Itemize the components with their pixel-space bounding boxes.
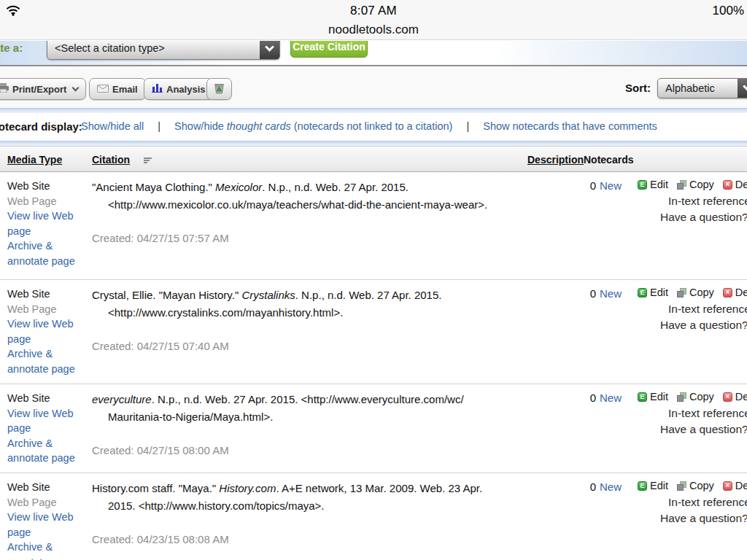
edit-icon: E: [638, 481, 647, 491]
envelope-icon: [97, 84, 109, 95]
created-timestamp: Created: 04/27/15 07:57 AM: [92, 232, 229, 244]
divider: [0, 108, 747, 113]
email-button[interactable]: Email: [89, 78, 146, 100]
delete-action[interactable]: ×Delete: [723, 179, 747, 190]
edit-action[interactable]: EEdit: [638, 480, 668, 491]
notecard-display-bar: Notecard display: Show/hide all | Show/h…: [0, 113, 747, 141]
view-live-page-link[interactable]: View live Webpage: [7, 510, 82, 540]
copy-label: Copy: [689, 179, 714, 190]
battery-percent: 100%: [713, 4, 744, 18]
media-subtype: Web Page: [7, 302, 82, 317]
separator: |: [466, 120, 469, 132]
row-actions: EEdit Copy ×Delete: [638, 179, 747, 190]
edit-action[interactable]: EEdit: [638, 391, 668, 402]
delete-label: Delete: [735, 391, 747, 402]
edit-action[interactable]: EEdit: [638, 179, 668, 190]
copy-icon: [677, 180, 686, 190]
notecard-display-label: Notecard display:: [0, 120, 82, 133]
edit-label: Edit: [650, 480, 668, 491]
edit-label: Edit: [650, 179, 668, 190]
email-label: Email: [112, 84, 138, 95]
delete-icon: ×: [723, 481, 732, 491]
new-notecard-link[interactable]: New: [600, 392, 622, 404]
archive-annotate-link[interactable]: Archive &annotate page: [7, 238, 82, 268]
archive-annotate-link[interactable]: Archive &annotate page: [7, 346, 82, 376]
divider: [0, 141, 747, 146]
citation-list: Web Site Web Page View live Webpage Arch…: [0, 172, 747, 560]
edit-icon: E: [638, 180, 647, 190]
media-type-cell: Web Site Web Page View live Webpage Arch…: [7, 287, 82, 376]
delete-label: Delete: [735, 179, 747, 190]
view-live-page-link[interactable]: View live Webpage: [7, 316, 82, 346]
created-timestamp: Created: 04/27/15 08:00 AM: [92, 444, 229, 456]
new-notecard-link[interactable]: New: [600, 481, 622, 493]
delete-action[interactable]: ×Delete: [723, 287, 747, 298]
chevron-down-icon: [72, 85, 80, 92]
media-subtype: Web Page: [7, 495, 82, 510]
notecards-cell: 0New: [0, 287, 622, 300]
show-notecards-with-comments-link[interactable]: Show notecards that have comments: [483, 120, 657, 132]
copy-action[interactable]: Copy: [677, 391, 714, 402]
copy-action[interactable]: Copy: [677, 480, 714, 491]
bar-chart-icon: [152, 83, 163, 95]
delete-action[interactable]: ×Delete: [723, 480, 747, 491]
analysis-button[interactable]: Analysis: [144, 78, 213, 100]
archive-annotate-link[interactable]: Archive &annotate page: [7, 436, 82, 466]
row-actions: EEdit Copy ×Delete: [638, 391, 747, 402]
new-notecard-link[interactable]: New: [600, 179, 622, 192]
delete-label: Delete: [735, 287, 747, 298]
show-hide-all-link[interactable]: Show/hide all: [81, 120, 144, 132]
edit-action[interactable]: EEdit: [638, 287, 668, 298]
show-hide-thought-cards-link[interactable]: Show/hide thought cards (notecards not l…: [174, 120, 452, 132]
create-citation-strip: Create a: <Select a citation type> Creat…: [0, 41, 747, 66]
in-text-reference-link[interactable]: In-text reference: [668, 303, 747, 316]
media-type-header[interactable]: Media Type: [7, 154, 62, 166]
print-export-button[interactable]: Print/Export: [0, 78, 86, 100]
view-live-page-link[interactable]: View live Webpage: [7, 406, 82, 436]
in-text-reference-link[interactable]: In-text reference: [668, 407, 747, 420]
have-question-link[interactable]: Have a question?: [660, 319, 747, 332]
copy-action[interactable]: Copy: [677, 179, 714, 190]
copy-action[interactable]: Copy: [677, 287, 714, 298]
description-header[interactable]: Description: [527, 154, 584, 166]
create-a-label: Create a:: [0, 42, 23, 54]
new-notecard-link[interactable]: New: [600, 287, 622, 300]
in-text-reference-link[interactable]: In-text reference: [668, 496, 747, 509]
view-live-page-link[interactable]: View live Webpage: [7, 209, 82, 238]
sort-select[interactable]: Alphabetic: [657, 78, 747, 98]
in-text-reference-link[interactable]: In-text reference: [668, 195, 747, 208]
have-question-link[interactable]: Have a question?: [660, 211, 747, 224]
table-row: Web Site Web Page View live Webpage Arch…: [0, 279, 747, 384]
recycle-bin-button[interactable]: [206, 78, 232, 100]
table-row: Web Site Web Page View live Webpage Arch…: [0, 172, 747, 279]
url-domain[interactable]: noodletools.com: [0, 23, 747, 37]
create-citation-button[interactable]: Create Citation: [290, 41, 368, 58]
notecards-cell: 0New: [0, 481, 622, 493]
have-question-link[interactable]: Have a question?: [660, 423, 747, 436]
notecards-cell: 0New: [0, 392, 622, 404]
sort-indicator-icon: [144, 158, 152, 164]
copy-label: Copy: [689, 391, 714, 402]
status-time: 8:07 AM: [0, 4, 747, 18]
delete-icon: ×: [723, 180, 732, 190]
analysis-label: Analysis: [166, 84, 205, 95]
notecards-cell: 0New: [0, 179, 622, 192]
edit-icon: E: [638, 288, 647, 298]
chevron-down-icon: [738, 79, 747, 98]
delete-action[interactable]: ×Delete: [723, 391, 747, 402]
toolbar: Print/Export Email Analysis Sor: [0, 66, 747, 108]
edit-icon: E: [638, 392, 647, 402]
media-subtype: Web Page: [7, 194, 82, 209]
notecards-count: 0: [590, 179, 596, 192]
delete-icon: ×: [723, 392, 732, 402]
row-actions: EEdit Copy ×Delete: [638, 480, 747, 491]
sort-label: Sort:: [625, 82, 651, 94]
have-question-link[interactable]: Have a question?: [660, 512, 747, 525]
citation-type-select[interactable]: <Select a citation type>: [47, 41, 280, 60]
separator: |: [158, 120, 160, 132]
print-export-label: Print/Export: [12, 84, 66, 95]
archive-annotate-link[interactable]: Archive &annotate page: [7, 540, 82, 560]
media-type-cell: Web Site Web Page View live Webpage Arch…: [7, 179, 82, 268]
citation-header[interactable]: Citation: [92, 154, 130, 166]
table-row: Web Site Web Page View live Webpage Arch…: [0, 472, 747, 560]
